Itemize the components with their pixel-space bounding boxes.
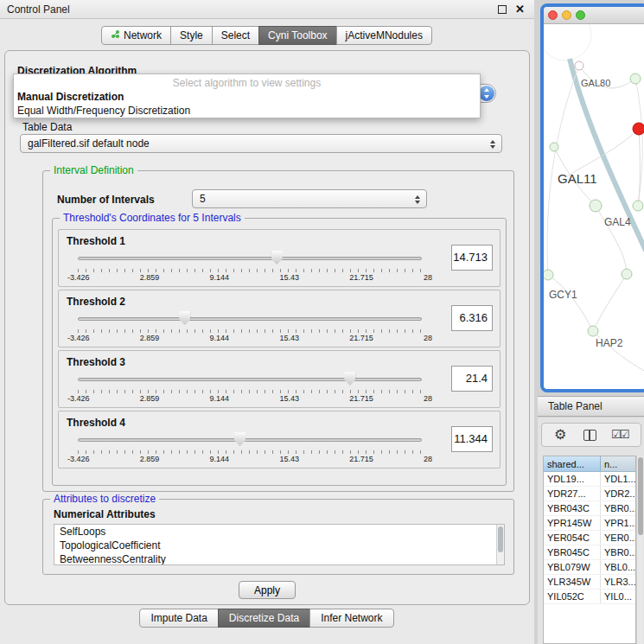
settings-gear-icon[interactable]: ⚙ bbox=[554, 426, 566, 443]
close-icon[interactable]: ✕ bbox=[515, 3, 525, 16]
dropdown-option-equal-width-frequency[interactable]: Equal Width/Frequency Discretization bbox=[14, 104, 480, 118]
tab-network[interactable]: Network bbox=[101, 26, 171, 45]
slider-thumb[interactable] bbox=[344, 372, 355, 386]
table-row[interactable]: YBR043CYBR0... bbox=[544, 501, 635, 516]
minimize-window-icon[interactable] bbox=[562, 10, 571, 20]
node-label: HAP2 bbox=[596, 337, 623, 349]
network-node[interactable] bbox=[590, 200, 602, 212]
scale-tick-label: 2.859 bbox=[140, 273, 160, 282]
threshold-slider[interactable] bbox=[78, 251, 422, 266]
threshold-value-field[interactable]: 6.316 bbox=[451, 305, 493, 331]
select-rows-icon[interactable]: ☑☑ bbox=[611, 428, 628, 441]
slider-ticks bbox=[78, 269, 422, 272]
table-row[interactable]: YPR145WYPR1... bbox=[544, 516, 635, 531]
tab-infer-network[interactable]: Infer Network bbox=[309, 609, 393, 628]
slider-thumb[interactable] bbox=[179, 311, 190, 325]
table-scrollbar[interactable] bbox=[636, 456, 643, 644]
column-selector-icon[interactable] bbox=[583, 430, 596, 441]
threshold-label: Threshold 2 bbox=[67, 296, 125, 308]
network-window-titlebar bbox=[544, 7, 644, 24]
background-arc bbox=[544, 24, 591, 61]
list-item[interactable]: TopologicalCoefficient bbox=[54, 539, 504, 552]
scrollbar-thumb[interactable] bbox=[498, 526, 503, 552]
table-row[interactable]: YER054CYER0... bbox=[544, 531, 635, 545]
network-node[interactable] bbox=[588, 326, 598, 336]
slider-thumb[interactable] bbox=[234, 432, 245, 446]
tab-select[interactable]: Select bbox=[212, 26, 259, 45]
tab-cyni-toolbox[interactable]: Cyni Toolbox bbox=[258, 26, 336, 45]
network-node[interactable] bbox=[633, 123, 644, 135]
threshold-slider[interactable] bbox=[78, 372, 422, 387]
threshold-value-field[interactable]: 11.344 bbox=[451, 426, 493, 452]
threshold-slider[interactable] bbox=[78, 311, 422, 327]
table-cell: YBR0... bbox=[601, 545, 635, 559]
list-item[interactable]: BetweennessCentrality bbox=[54, 552, 504, 565]
column-header-name[interactable]: n... bbox=[601, 456, 635, 471]
network-node[interactable] bbox=[630, 73, 641, 84]
list-scrollbar[interactable] bbox=[496, 525, 504, 564]
slider-scale: -3.4262.8599.14415.4321.71528 bbox=[67, 455, 432, 463]
scale-tick-label: 15.43 bbox=[279, 334, 299, 342]
table-cell: YBR0... bbox=[601, 501, 635, 515]
table-row[interactable]: YBL079WYBL0... bbox=[544, 560, 635, 575]
list-item[interactable]: SelfLoops bbox=[54, 525, 504, 539]
table-cell: YBL079W bbox=[544, 560, 601, 574]
numerical-attributes-label: Numerical Attributes bbox=[54, 508, 156, 520]
apply-button[interactable]: Apply bbox=[239, 581, 296, 599]
table-data-combobox[interactable]: galFiltered.sif default node bbox=[20, 134, 502, 153]
node-table[interactable]: shared... n... YDL19...YDL1...YDR27...YD… bbox=[543, 456, 636, 644]
network-view-window[interactable]: GAL80GAL11GAL4GCY1HAP2 bbox=[540, 3, 644, 392]
table-row[interactable]: YDL19...YDL1... bbox=[544, 472, 635, 487]
table-cell: YBR043C bbox=[544, 501, 601, 515]
table-row[interactable]: YDR27...YDR2... bbox=[544, 487, 635, 501]
threshold-slider[interactable] bbox=[78, 432, 422, 448]
table-panel-body: ⚙ ☑☑ shared... n... YDL19...YDL1...YDR27… bbox=[538, 418, 644, 644]
slider-scale: -3.4262.8599.14415.4321.71528 bbox=[67, 394, 432, 403]
table-panel-header[interactable]: Table Panel bbox=[538, 396, 644, 417]
table-header-row: shared... n... bbox=[544, 456, 635, 472]
slider-track bbox=[78, 378, 422, 381]
network-node[interactable] bbox=[544, 270, 553, 280]
scale-tick-label: 2.859 bbox=[140, 394, 160, 403]
tab-impute-data[interactable]: Impute Data bbox=[139, 609, 218, 628]
slider-thumb[interactable] bbox=[271, 251, 283, 265]
threshold-value-field[interactable]: 14.713 bbox=[451, 245, 493, 271]
network-node[interactable] bbox=[633, 201, 643, 211]
tab-style[interactable]: Style bbox=[170, 26, 213, 45]
tab-jactivemnodules[interactable]: jActiveMNodules bbox=[336, 26, 432, 45]
scale-tick-label: 21.715 bbox=[349, 455, 373, 463]
combo-stepper-icon[interactable] bbox=[479, 86, 494, 101]
thresholds-group-title: Threshold's Coordinates for 5 Intervals bbox=[60, 212, 245, 224]
column-header-shared[interactable]: shared... bbox=[544, 456, 601, 471]
table-row[interactable]: YIL052CYIL0... bbox=[544, 590, 635, 604]
scale-tick-label: 9.144 bbox=[210, 273, 230, 282]
scrollbar-thumb[interactable] bbox=[638, 457, 643, 535]
tab-discretize-data[interactable]: Discretize Data bbox=[218, 609, 310, 628]
attributes-group: Attributes to discretize Numerical Attri… bbox=[42, 499, 514, 575]
table-cell: YLR3... bbox=[601, 575, 635, 589]
slider-scale: -3.4262.8599.14415.4321.71528 bbox=[67, 334, 432, 342]
table-row[interactable]: YLR345WYLR3... bbox=[544, 575, 635, 590]
control-panel: Control Panel ✕ Network Style Select bbox=[0, 0, 534, 644]
float-window-icon[interactable] bbox=[498, 5, 507, 14]
table-row[interactable]: YBR045CYBR0... bbox=[544, 545, 635, 560]
network-canvas[interactable]: GAL80GAL11GAL4GCY1HAP2 bbox=[544, 24, 644, 392]
num-intervals-combobox[interactable]: 5 bbox=[192, 189, 427, 208]
network-edge bbox=[548, 275, 593, 331]
dropdown-option-manual-discretization[interactable]: Manual Discretization bbox=[14, 90, 480, 104]
threshold-value-field[interactable]: 21.4 bbox=[451, 366, 493, 392]
scale-tick-label: 28 bbox=[424, 273, 432, 282]
algorithm-dropdown-popup: Select algorithm to view settings Manual… bbox=[13, 73, 481, 118]
threshold-label: Threshold 1 bbox=[67, 235, 125, 247]
scale-tick-label: 21.715 bbox=[349, 273, 373, 282]
network-node[interactable] bbox=[550, 143, 558, 151]
num-intervals-value: 5 bbox=[200, 193, 206, 205]
scale-tick-label: 2.859 bbox=[140, 334, 160, 342]
network-node[interactable] bbox=[622, 269, 632, 279]
network-node[interactable] bbox=[575, 61, 583, 70]
close-window-icon[interactable] bbox=[548, 10, 558, 20]
scale-tick-label: 28 bbox=[424, 394, 432, 403]
numerical-attributes-list[interactable]: SelfLoopsTopologicalCoefficientBetweenne… bbox=[54, 524, 505, 565]
zoom-window-icon[interactable] bbox=[576, 10, 585, 20]
num-intervals-label: Number of Intervals bbox=[57, 194, 155, 206]
